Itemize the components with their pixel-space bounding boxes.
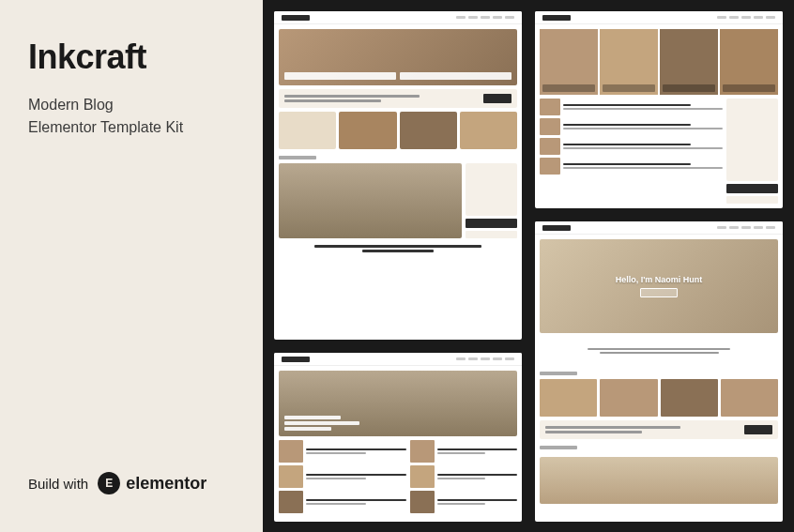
post-col	[410, 440, 517, 517]
newsletter-banner	[279, 89, 517, 108]
preview-nav	[456, 357, 514, 360]
template-preview-home3	[535, 11, 783, 208]
section-label	[540, 446, 577, 449]
template-preview-home1	[274, 11, 522, 340]
preview-hero	[279, 29, 517, 85]
list-item	[279, 465, 406, 488]
list-item	[279, 491, 406, 513]
preview-header	[274, 11, 522, 24]
preview-logo	[542, 225, 571, 231]
author-signature	[726, 196, 778, 204]
banner-button	[483, 94, 512, 103]
preview-body: Hello, I'm Naomi Hunt	[535, 235, 783, 522]
preview-nav	[717, 16, 775, 19]
latest-post-image	[540, 457, 778, 504]
gallery-col-left	[274, 11, 522, 522]
newsletter-banner	[540, 420, 778, 439]
author-sidebar	[466, 163, 517, 238]
about-hero: Hello, I'm Naomi Hunt	[540, 239, 778, 333]
product-title: Inkcraft	[28, 38, 235, 77]
list-item	[540, 138, 723, 155]
template-preview-about: Hello, I'm Naomi Hunt	[535, 221, 783, 522]
list-item	[410, 465, 517, 488]
preview-header	[274, 353, 522, 366]
author-sidebar	[726, 99, 778, 204]
elementor-logo: E elementor	[98, 472, 206, 494]
featured-grid	[540, 379, 778, 417]
hero-tile-grid	[540, 29, 778, 95]
elementor-wordmark: elementor	[126, 474, 206, 494]
author-button	[726, 184, 778, 193]
list-item	[540, 118, 723, 135]
build-with-row: Build with E elementor	[28, 472, 235, 494]
banner-button	[744, 425, 772, 434]
banner-text	[545, 426, 739, 433]
article-image	[279, 163, 462, 238]
section-label	[540, 372, 577, 375]
post-grid	[279, 440, 517, 517]
preview-hero	[279, 371, 517, 436]
product-subtitle: Modern Blog Elementor Template Kit	[28, 94, 235, 139]
author-button	[466, 219, 517, 228]
elementor-icon: E	[98, 472, 120, 494]
hero-title-overlay	[284, 416, 359, 431]
hero-title: Hello, I'm Naomi Hunt	[616, 275, 703, 284]
list-item	[279, 440, 406, 463]
section-label	[279, 156, 316, 160]
preview-body	[274, 24, 522, 340]
template-preview-home2	[274, 353, 522, 522]
sidebar-top: Inkcraft Modern Blog Elementor Template …	[28, 38, 235, 139]
list-item	[540, 158, 723, 175]
preview-logo	[542, 15, 571, 21]
preview-nav	[717, 226, 775, 229]
hero-captions	[284, 72, 512, 80]
article-title	[279, 242, 517, 253]
preview-body	[274, 366, 522, 522]
promo-sidebar: Inkcraft Modern Blog Elementor Template …	[0, 0, 263, 532]
list-section	[540, 99, 778, 204]
preview-logo	[282, 357, 310, 362]
hero-cta-button	[640, 288, 678, 297]
post-col	[279, 440, 406, 517]
gallery-col-right: Hello, I'm Naomi Hunt	[535, 11, 783, 522]
preview-header	[535, 11, 783, 24]
author-box	[466, 163, 517, 216]
template-gallery: Hello, I'm Naomi Hunt	[263, 0, 794, 532]
quote-block	[540, 337, 778, 365]
banner-text	[284, 95, 478, 102]
preview-body	[535, 24, 783, 208]
preview-logo	[282, 15, 310, 21]
list-item	[410, 491, 517, 513]
list-item	[540, 99, 723, 115]
category-grid	[279, 112, 517, 149]
main-article	[279, 163, 517, 238]
preview-nav	[456, 16, 514, 19]
author-box	[726, 99, 778, 181]
list-item	[410, 440, 517, 463]
list-main	[540, 99, 723, 204]
build-with-label: Build with	[28, 476, 88, 492]
author-signature	[466, 231, 517, 238]
hero-content: Hello, I'm Naomi Hunt	[612, 271, 707, 301]
preview-header	[535, 221, 783, 235]
